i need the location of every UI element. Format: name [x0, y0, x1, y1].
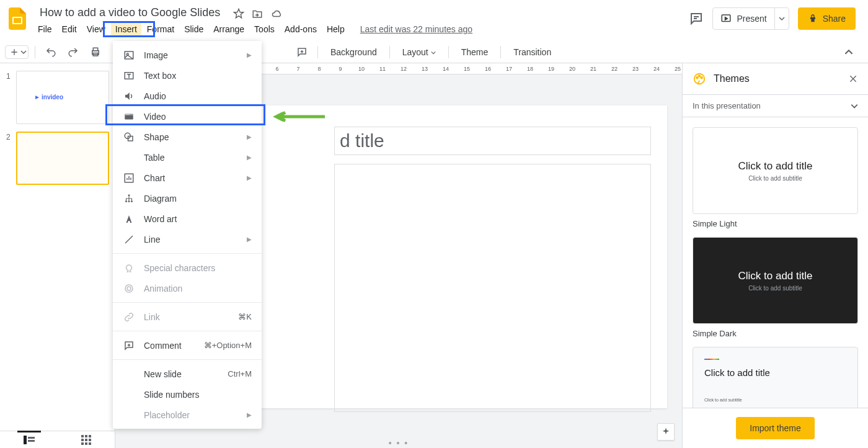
- svg-rect-15: [89, 435, 91, 437]
- menu-help[interactable]: Help: [322, 22, 349, 37]
- add-comment-icon[interactable]: [293, 44, 311, 60]
- svg-rect-11: [28, 437, 35, 439]
- insert-animation: Animation: [113, 278, 262, 298]
- svg-point-7: [696, 77, 698, 79]
- invideo-logo: invideo: [34, 94, 63, 101]
- insert-wordart[interactable]: Word art: [113, 208, 262, 229]
- insert-new-slide[interactable]: New slide Ctrl+M: [113, 364, 262, 384]
- theme-button[interactable]: Theme: [455, 45, 495, 60]
- svg-rect-21: [89, 442, 91, 445]
- star-icon[interactable]: [233, 8, 244, 19]
- menu-arrange[interactable]: Arrange: [209, 22, 249, 37]
- svg-point-29: [128, 114, 129, 115]
- filmstrip-view-icon[interactable]: [24, 436, 35, 444]
- present-dropdown[interactable]: [774, 8, 789, 29]
- slides-logo[interactable]: [5, 6, 30, 31]
- insert-comment[interactable]: Comment ⌘+Option+M: [113, 335, 262, 356]
- explore-button[interactable]: [657, 423, 675, 441]
- share-button[interactable]: Share: [798, 7, 856, 30]
- menu-format[interactable]: Format: [143, 22, 179, 37]
- menu-view[interactable]: View: [82, 22, 110, 37]
- slide-number: 2: [6, 132, 16, 185]
- svg-point-37: [127, 287, 131, 290]
- present-label: Present: [737, 14, 766, 24]
- svg-rect-13: [81, 435, 84, 437]
- insert-video[interactable]: Video: [113, 106, 262, 127]
- svg-rect-20: [85, 442, 87, 445]
- insert-special-characters: Special characters: [113, 258, 262, 278]
- redo-icon[interactable]: [64, 44, 82, 60]
- insert-chart[interactable]: Chart ▶: [113, 168, 262, 188]
- theme-card-simple-light[interactable]: Click to add title Click to add subtitle…: [693, 127, 858, 228]
- insert-slide-numbers[interactable]: Slide numbers: [113, 384, 262, 405]
- insert-diagram[interactable]: Diagram: [113, 188, 262, 208]
- menu-edit[interactable]: Edit: [58, 22, 81, 37]
- speaker-notes-handle[interactable]: • • •: [389, 438, 409, 448]
- audio-icon: [123, 91, 135, 102]
- filmstrip: 1 invideo 2: [0, 63, 115, 448]
- video-icon: [123, 111, 135, 122]
- present-button[interactable]: Present: [713, 13, 774, 24]
- background-button[interactable]: Background: [324, 45, 383, 60]
- slide-number: 1: [6, 71, 16, 124]
- svg-point-9: [701, 77, 702, 79]
- document-title[interactable]: How to add a video to Google Slides: [35, 5, 225, 20]
- omega-icon: [123, 262, 135, 274]
- move-icon[interactable]: [252, 8, 263, 19]
- menu-file[interactable]: File: [33, 22, 56, 37]
- svg-point-35: [128, 200, 130, 202]
- slide-thumbnail-2[interactable]: [16, 132, 109, 185]
- layout-button[interactable]: Layout: [396, 45, 442, 60]
- menu-tools[interactable]: Tools: [250, 22, 279, 37]
- chevron-right-icon: ▶: [247, 174, 252, 181]
- last-edit-link[interactable]: Last edit was 22 minutes ago: [360, 24, 472, 34]
- slide-thumbnail-1[interactable]: invideo: [16, 71, 109, 124]
- menu-addons[interactable]: Add-ons: [280, 22, 321, 37]
- import-theme-button[interactable]: Import theme: [736, 417, 814, 439]
- shape-icon: [123, 132, 135, 143]
- chevron-right-icon: ▶: [247, 133, 252, 140]
- insert-audio[interactable]: Audio: [113, 86, 262, 106]
- svg-rect-4: [93, 48, 98, 51]
- chevron-right-icon: ▶: [247, 52, 252, 58]
- transition-button[interactable]: Transition: [507, 45, 557, 60]
- svg-rect-1: [14, 18, 21, 23]
- chevron-right-icon: ▶: [247, 236, 252, 243]
- insert-image[interactable]: Image ▶: [113, 45, 262, 65]
- svg-rect-18: [89, 439, 91, 441]
- svg-point-27: [126, 114, 126, 115]
- svg-rect-19: [81, 442, 84, 445]
- svg-point-34: [125, 200, 127, 202]
- print-icon[interactable]: [86, 44, 105, 60]
- comments-icon[interactable]: [689, 11, 704, 26]
- title-placeholder[interactable]: d title: [334, 127, 651, 155]
- insert-table[interactable]: Table ▶: [113, 147, 262, 168]
- chevron-right-icon: ▶: [247, 411, 252, 418]
- theme-card-streamline[interactable]: Click to add title Click to add subtitle: [693, 347, 858, 408]
- svg-point-8: [699, 75, 701, 77]
- svg-point-28: [127, 114, 128, 115]
- menu-slide[interactable]: Slide: [180, 22, 208, 37]
- svg-rect-14: [85, 435, 87, 437]
- menu-insert[interactable]: Insert: [111, 22, 141, 37]
- image-icon: [123, 50, 135, 61]
- svg-rect-10: [24, 436, 27, 444]
- insert-shape[interactable]: Shape ▶: [113, 127, 262, 147]
- collapse-toolbar-icon[interactable]: [841, 45, 857, 59]
- grid-view-icon[interactable]: [81, 435, 91, 445]
- filmstrip-view-switcher: [0, 431, 115, 448]
- textbox-icon: [123, 70, 135, 81]
- undo-icon[interactable]: [42, 44, 60, 60]
- close-icon[interactable]: [848, 74, 858, 84]
- theme-card-simple-dark[interactable]: Click to add title Click to add subtitle…: [693, 237, 858, 338]
- new-slide-button[interactable]: [5, 45, 29, 59]
- chevron-right-icon: ▶: [247, 154, 252, 161]
- insert-line[interactable]: Line ▶: [113, 229, 262, 249]
- themes-section-toggle[interactable]: In this presentation: [683, 94, 868, 117]
- share-label: Share: [823, 14, 846, 24]
- cloud-status-icon[interactable]: [270, 8, 283, 19]
- body-placeholder[interactable]: [334, 164, 651, 412]
- insert-dropdown: Image ▶ Text box Audio Video Shape ▶ Tab…: [113, 41, 262, 429]
- insert-link: Link ⌘K: [113, 307, 262, 327]
- insert-textbox[interactable]: Text box: [113, 65, 262, 86]
